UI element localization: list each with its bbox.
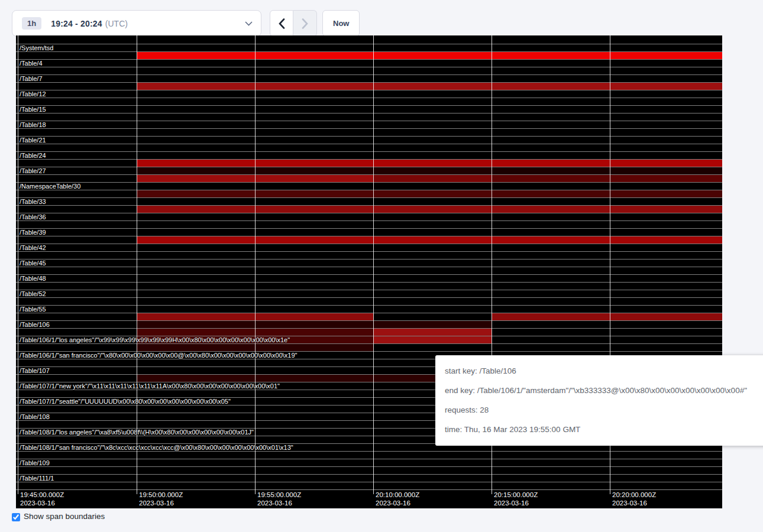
span-cell[interactable]	[137, 413, 255, 420]
span-cell[interactable]	[255, 67, 373, 74]
span-cell[interactable]	[373, 475, 492, 482]
span-cell[interactable]	[373, 213, 492, 220]
span-cell[interactable]	[610, 313, 722, 320]
span-lane[interactable]	[16, 228, 722, 236]
span-cell[interactable]	[255, 221, 373, 228]
span-cell[interactable]	[373, 83, 492, 90]
span-cell[interactable]	[16, 267, 137, 274]
span-cell[interactable]	[255, 467, 373, 474]
span-lane[interactable]	[16, 290, 722, 297]
span-cell[interactable]	[255, 160, 373, 167]
span-cell[interactable]	[255, 259, 373, 267]
span-cell[interactable]	[16, 452, 137, 459]
span-cell[interactable]	[492, 44, 610, 51]
span-cell[interactable]	[137, 275, 255, 282]
span-cell[interactable]	[492, 83, 610, 90]
span-cell[interactable]	[492, 121, 610, 128]
span-cell[interactable]	[16, 406, 137, 413]
span-cell[interactable]	[255, 413, 373, 420]
span-cell[interactable]	[492, 90, 610, 98]
span-cell[interactable]	[255, 475, 373, 482]
span-cell[interactable]	[610, 306, 722, 313]
span-cell[interactable]	[255, 98, 373, 105]
span-cell[interactable]	[373, 106, 492, 113]
prev-interval-button[interactable]	[270, 10, 293, 37]
span-cell[interactable]	[255, 35, 373, 44]
span-cell[interactable]	[255, 183, 373, 190]
span-cell[interactable]	[610, 329, 722, 336]
span-lane[interactable]	[16, 236, 722, 244]
span-lane[interactable]	[16, 320, 722, 328]
span-cell[interactable]	[373, 221, 492, 228]
span-lane[interactable]	[16, 144, 722, 151]
span-cell[interactable]	[255, 113, 373, 121]
span-cell[interactable]	[16, 252, 137, 259]
span-cell[interactable]	[492, 206, 610, 213]
span-cell[interactable]	[610, 190, 722, 197]
span-lane[interactable]	[16, 305, 722, 313]
span-cell[interactable]	[255, 359, 373, 366]
span-cell[interactable]	[492, 275, 610, 282]
span-cell[interactable]	[255, 206, 373, 213]
span-cell[interactable]	[492, 167, 610, 174]
span-cell[interactable]	[492, 183, 610, 190]
span-cell[interactable]	[255, 190, 373, 197]
span-cell[interactable]	[137, 190, 255, 197]
span-cell[interactable]	[373, 336, 492, 343]
span-cell[interactable]	[610, 83, 722, 90]
span-cell[interactable]	[492, 252, 610, 259]
span-cell[interactable]	[492, 60, 610, 67]
time-range-selector[interactable]: 1h 19:24 - 20:24 (UTC)	[12, 10, 261, 37]
span-lane[interactable]	[16, 105, 722, 113]
span-cell[interactable]	[16, 436, 137, 443]
span-cell[interactable]	[492, 152, 610, 159]
span-cell[interactable]	[137, 252, 255, 259]
span-cell[interactable]	[137, 236, 255, 244]
span-cell[interactable]	[137, 198, 255, 205]
span-cell[interactable]	[492, 313, 610, 320]
span-cell[interactable]	[610, 298, 722, 305]
span-cell[interactable]	[16, 35, 137, 44]
span-cell[interactable]	[255, 283, 373, 290]
span-cell[interactable]	[610, 75, 722, 82]
span-cell[interactable]	[610, 44, 722, 51]
span-cell[interactable]	[610, 160, 722, 167]
span-cell[interactable]	[255, 344, 373, 351]
span-cell[interactable]	[16, 375, 137, 382]
span-cell[interactable]	[137, 421, 255, 428]
span-cell[interactable]	[373, 35, 492, 44]
span-cell[interactable]	[610, 129, 722, 136]
span-cell[interactable]	[492, 113, 610, 121]
span-cell[interactable]	[137, 467, 255, 474]
span-cell[interactable]	[373, 198, 492, 205]
span-cell[interactable]	[373, 167, 492, 174]
span-cell[interactable]	[137, 436, 255, 443]
span-cell[interactable]	[610, 60, 722, 67]
span-cell[interactable]	[255, 152, 373, 159]
span-cell[interactable]	[610, 475, 722, 482]
span-cell[interactable]	[255, 375, 373, 382]
span-lane[interactable]	[16, 482, 722, 489]
span-cell[interactable]	[255, 229, 373, 236]
span-cell[interactable]	[137, 367, 255, 374]
span-cell[interactable]	[137, 459, 255, 466]
span-cell[interactable]	[373, 329, 492, 336]
span-cell[interactable]	[373, 252, 492, 259]
span-cell[interactable]	[492, 198, 610, 205]
span-cell[interactable]	[137, 406, 255, 413]
span-cell[interactable]	[137, 160, 255, 167]
span-cell[interactable]	[610, 35, 722, 44]
span-cell[interactable]	[137, 113, 255, 121]
span-lane[interactable]	[16, 59, 722, 67]
span-lane[interactable]	[16, 259, 722, 267]
span-cell[interactable]	[137, 35, 255, 44]
span-lane[interactable]	[16, 113, 722, 121]
span-cell[interactable]	[492, 221, 610, 228]
span-cell[interactable]	[492, 75, 610, 82]
span-cell[interactable]	[610, 167, 722, 174]
span-cell[interactable]	[255, 290, 373, 297]
span-lane[interactable]	[16, 466, 722, 474]
span-cell[interactable]	[373, 259, 492, 267]
show-span-boundaries-checkbox[interactable]	[12, 513, 20, 521]
span-lane[interactable]	[16, 251, 722, 259]
